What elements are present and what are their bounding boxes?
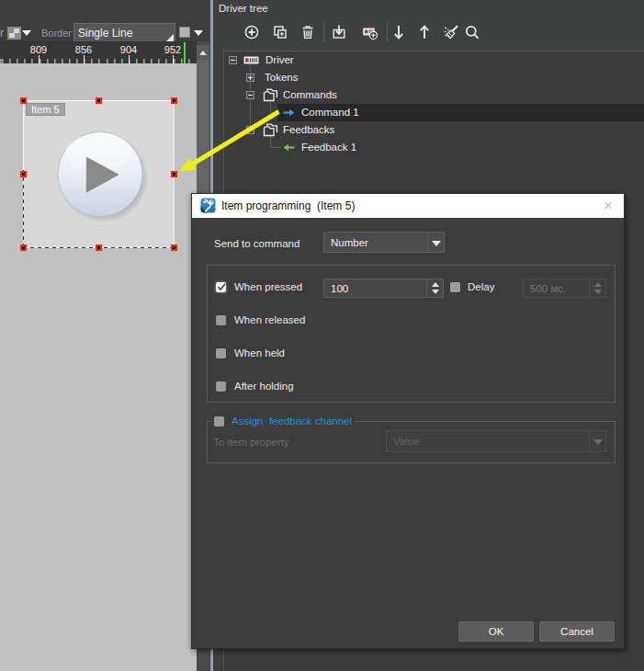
- feedback-arrow-icon: [283, 143, 295, 152]
- border-color-swatch[interactable]: [179, 27, 190, 38]
- ruler-label: 856: [69, 44, 98, 55]
- driver-device-icon: [243, 56, 259, 64]
- after-holding-label: After holding: [234, 381, 294, 392]
- tree-label: Driver: [266, 54, 294, 65]
- item-programming-dialog: Item programming (Item 5) × Send to comm…: [191, 193, 625, 649]
- canvas-item[interactable]: Item 5: [23, 100, 175, 248]
- resize-handle-se[interactable]: [171, 245, 177, 251]
- dialog-titlebar[interactable]: Item programming (Item 5) ×: [192, 194, 624, 218]
- spinner-buttons[interactable]: [426, 279, 443, 297]
- border-color-dropdown-arrow-icon[interactable]: [194, 30, 203, 36]
- ruler-label: 809: [24, 44, 53, 55]
- expand-icon[interactable]: [246, 74, 254, 82]
- selection-dash: [23, 167, 24, 247]
- when-released-checkbox[interactable]: [216, 315, 226, 325]
- play-button-graphic: [24, 101, 175, 249]
- add-driver-icon[interactable]: [362, 24, 378, 40]
- add-circle-icon[interactable]: [243, 24, 260, 40]
- scroll-up-arrow-icon: [199, 51, 207, 55]
- spin-down-icon[interactable]: [432, 290, 439, 294]
- import-icon[interactable]: [331, 24, 347, 40]
- when-released-label: When released: [234, 314, 305, 325]
- ruler-major-tick: [173, 55, 174, 63]
- collapse-icon[interactable]: [246, 91, 254, 99]
- delay-value: 500 мс.: [530, 283, 566, 294]
- move-down-icon[interactable]: [390, 24, 407, 40]
- spin-down-icon: [594, 290, 602, 294]
- scroll-up-button[interactable]: [197, 45, 209, 60]
- tree-row-feedback-1[interactable]: Feedback 1: [224, 139, 644, 156]
- send-to-command-combobox[interactable]: Number: [323, 232, 445, 253]
- item-name-badge: Item 5: [26, 103, 65, 116]
- when-held-label: When held: [234, 347, 285, 358]
- ok-button[interactable]: OK: [458, 621, 534, 642]
- tree-row-tokens[interactable]: Tokens: [224, 69, 644, 86]
- tree-row-feedbacks[interactable]: Feedbacks: [224, 121, 644, 139]
- resize-handle-n[interactable]: [96, 97, 102, 104]
- combo-corner-grip-icon: [166, 34, 174, 41]
- spinner-buttons: [589, 279, 605, 297]
- toolbar-separator: [323, 22, 324, 42]
- border-style-combobox[interactable]: Single Line: [73, 23, 175, 43]
- when-held-checkbox[interactable]: [216, 348, 226, 358]
- chevron-down-icon: [593, 439, 603, 445]
- ruler-major-tick: [84, 55, 85, 63]
- combo-dropdown-button[interactable]: [589, 431, 605, 451]
- assign-feedback-label: Assign feedback channel: [232, 415, 352, 426]
- chevron-down-icon: [432, 240, 441, 245]
- cancel-button[interactable]: Cancel: [539, 621, 615, 642]
- resize-handle-nw[interactable]: [20, 97, 27, 104]
- duplicate-icon[interactable]: [272, 24, 288, 40]
- resize-handle-e[interactable]: [171, 171, 177, 177]
- tree-label: Commands: [283, 89, 337, 100]
- search-icon[interactable]: [464, 24, 480, 40]
- when-pressed-checkbox[interactable]: [216, 282, 226, 292]
- tree-label: Command 1: [301, 107, 359, 118]
- move-up-icon[interactable]: [416, 24, 433, 40]
- collapse-icon[interactable]: [229, 56, 237, 64]
- driver-tree-toolbar: [214, 20, 644, 44]
- ruler-cursor-line: [184, 42, 186, 65]
- tree-label: Tokens: [265, 72, 298, 83]
- resize-handle-w[interactable]: [20, 171, 27, 177]
- folder-icon: [263, 123, 278, 137]
- send-to-command-label: Send to command: [214, 238, 299, 249]
- after-holding-checkbox[interactable]: [216, 381, 226, 392]
- tree-label: Feedbacks: [283, 124, 334, 135]
- when-pressed-label: When pressed: [234, 281, 302, 292]
- combo-dropdown-button[interactable]: [427, 233, 444, 252]
- border-label: Border: [41, 28, 72, 39]
- toolbar-separator: [387, 22, 388, 42]
- delete-icon[interactable]: [299, 24, 316, 40]
- pressed-value: 100: [331, 283, 348, 294]
- dialog-title: Item programming (Item 5): [221, 199, 355, 212]
- assign-feedback-checkbox[interactable]: [214, 416, 224, 426]
- app-root: r Border Single Line 809 856 904 952: [0, 0, 644, 671]
- resize-handle-sw[interactable]: [20, 245, 27, 251]
- spin-up-icon[interactable]: [432, 282, 439, 287]
- item-property-value: Value: [393, 436, 420, 447]
- clear-icon[interactable]: [443, 24, 459, 40]
- item-property-combobox[interactable]: Value: [386, 430, 606, 452]
- delay-checkbox[interactable]: [450, 282, 460, 292]
- folder-icon: [263, 88, 278, 102]
- ruler-label: 904: [114, 44, 143, 55]
- design-canvas[interactable]: Item 5: [0, 63, 197, 671]
- collapse-icon[interactable]: [246, 126, 254, 134]
- resize-handle-ne[interactable]: [171, 97, 177, 104]
- fill-color-dropdown-arrow-icon[interactable]: [22, 30, 31, 36]
- tree-label: Feedback 1: [301, 142, 356, 153]
- pressed-value-spinbox[interactable]: 100: [323, 279, 444, 298]
- tree-row-command-1[interactable]: Command 1: [224, 104, 644, 121]
- tree-row-commands[interactable]: Commands: [224, 86, 644, 104]
- editor-area: r Border Single Line 809 856 904 952: [0, 0, 197, 671]
- delay-value-spinbox[interactable]: 500 мс.: [523, 279, 606, 298]
- fill-color-swatch[interactable]: [7, 27, 21, 40]
- tree-row-driver[interactable]: Driver: [224, 51, 644, 69]
- editor-toolbar: r Border Single Line: [0, 0, 197, 41]
- panel-title: Driver tree: [219, 3, 268, 14]
- resize-handle-s[interactable]: [96, 245, 102, 251]
- to-item-property-label: To item property: [213, 437, 288, 448]
- close-icon[interactable]: ×: [600, 198, 616, 214]
- border-style-value: Single Line: [78, 27, 132, 40]
